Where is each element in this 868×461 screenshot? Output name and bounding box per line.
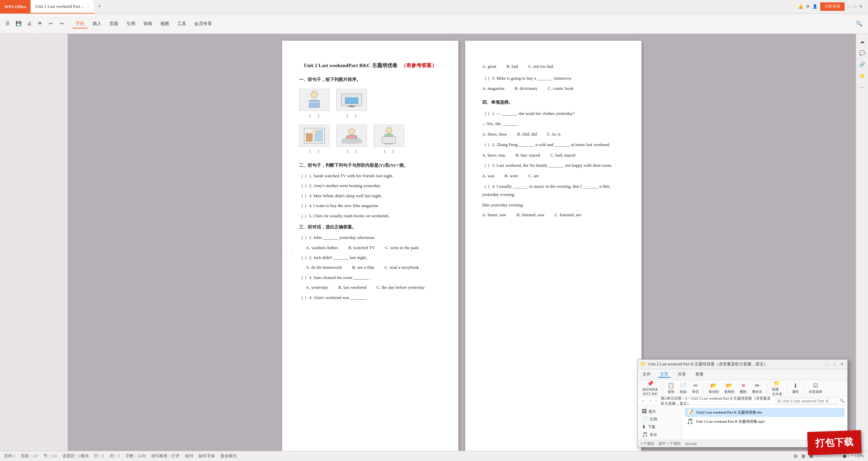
- ribbon-print-icon[interactable]: 🖨: [24, 19, 34, 28]
- ribbon-tab-tools[interactable]: 工具: [174, 19, 190, 28]
- ribbon-menu-icon[interactable]: ☰: [3, 19, 12, 28]
- svg-point-13: [386, 127, 392, 134]
- fm-btn-selectall[interactable]: ☑ 全部选择: [807, 382, 824, 395]
- fm-tab-view[interactable]: 查看: [693, 372, 706, 377]
- fm-btn-move[interactable]: 📂 移动到: [707, 382, 721, 395]
- fm-nav-music[interactable]: 🎵 音乐: [638, 431, 682, 439]
- right-panel-icon-2[interactable]: 💬: [857, 48, 867, 58]
- ribbon-save-icon[interactable]: 💾: [14, 19, 23, 28]
- fm-newfolder-icon: 📁: [774, 380, 781, 386]
- fm-file-mp3[interactable]: 🎵 Unit 2 Last weekend Part B 主题培优卷.mp3: [685, 417, 845, 426]
- s3-q2-opt-a: A. do his homework: [306, 263, 342, 271]
- fm-tab-share[interactable]: 共享: [676, 372, 688, 377]
- fm-address-path[interactable]: 第2单元试卷 > 4 > Unit 2 Last weekend Part B …: [661, 396, 774, 406]
- s3-q2-opts: A. do his homework B. see a film C. read…: [306, 263, 441, 271]
- right-panel-icon-4[interactable]: ⭐: [857, 71, 867, 81]
- ribbon-tab-ref[interactable]: 引用: [123, 19, 139, 28]
- fm-addressbar: ← → ↑ 第2单元试卷 > 4 > Unit 2 Last weekend P…: [638, 397, 847, 405]
- status-page-total: 页面：1/7: [21, 453, 38, 459]
- fm-btn-newfolder[interactable]: 📁 新建文件夹: [770, 379, 784, 397]
- ribbon-search-icon[interactable]: 🔍: [853, 19, 865, 28]
- fm-nav-pictures[interactable]: 🖼 图片: [638, 408, 682, 415]
- fm-window-buttons: — □ ✕: [824, 362, 845, 367]
- fm-toolbar: 📌 固定到快速访问工具栏 📋 复制 📄 粘贴 ✂ 剪切 📂 移动到 📂 复制到 …: [638, 380, 847, 397]
- s4-q3-opt-c: C. are: [529, 172, 539, 180]
- ribbon-tab-review[interactable]: 审阅: [140, 19, 156, 28]
- fm-maximize-button[interactable]: □: [832, 362, 837, 367]
- fm-file-doc[interactable]: 📝 Unit2 Last weekend Part B 主题培优卷.doc: [685, 408, 845, 417]
- active-tab[interactable]: Unit 2 Last weekend Part ... ×: [31, 0, 94, 14]
- fm-btn-pin[interactable]: 📌 固定到快速访问工具栏: [640, 380, 660, 397]
- close-button[interactable]: ✕: [859, 4, 863, 9]
- s4-q1-opt-a: A. Does; does: [482, 130, 507, 139]
- s3-q4: （ ）4. Alan's weekend was _______ .: [299, 294, 441, 301]
- zoom-level: 110%: [854, 454, 864, 459]
- s3-q1-opt-c: C. went to the park: [385, 244, 419, 252]
- right-panel-icon-5[interactable]: ⋯: [857, 83, 867, 92]
- fm-sep-2: [704, 382, 704, 395]
- fm-nav-label-downloads: 下载: [648, 424, 655, 429]
- fm-search-icon[interactable]: 🔍: [840, 398, 845, 403]
- fm-close-button[interactable]: ✕: [839, 362, 845, 367]
- user-icon[interactable]: 👤: [812, 4, 817, 9]
- sidebar-handle[interactable]: ⋮⋮: [30, 38, 38, 42]
- ribbon-tab-vip[interactable]: 会员专享: [191, 19, 215, 28]
- s3-q1-opts: A. washed clothes B. watched TV C. went …: [306, 244, 441, 252]
- s3-q5-opt-b: B. dictionary: [515, 84, 538, 93]
- ribbon-preview-icon[interactable]: 👁: [35, 19, 45, 28]
- login-button[interactable]: 立即登录: [820, 2, 845, 11]
- fm-tab-file[interactable]: 文件: [640, 372, 653, 377]
- view-mode-icon-1[interactable]: ▤: [794, 454, 797, 459]
- zoom-slider-thumb[interactable]: [843, 455, 846, 458]
- fm-nav-buttons: ← → ↑: [640, 398, 658, 403]
- ribbon-tab-insert[interactable]: 插入: [89, 19, 105, 28]
- top-buttons: 🔔 ⚙ 👤 立即登录 — □ ✕: [798, 2, 868, 11]
- ribbon-tab-start[interactable]: 开始: [72, 19, 88, 28]
- section3-title: 三、听对话，选出正确答案。: [299, 223, 441, 231]
- fm-btn-paste[interactable]: 📄 粘贴: [678, 382, 689, 395]
- ribbon-tab-view[interactable]: 视图: [157, 19, 173, 28]
- fm-tab-home[interactable]: 主页: [658, 371, 670, 378]
- fm-copyto-icon: 📂: [726, 382, 733, 389]
- fm-btn-copyto[interactable]: 📂 复制到: [722, 382, 736, 395]
- maximize-button[interactable]: □: [854, 4, 856, 9]
- fm-btn-copy[interactable]: 📋 复制: [666, 382, 676, 395]
- zoom-in-button[interactable]: +: [851, 454, 853, 459]
- fm-btn-delete[interactable]: ✕ 删除: [738, 382, 749, 395]
- fm-forward-button[interactable]: →: [647, 398, 653, 403]
- fm-paste-label: 粘贴: [680, 389, 687, 394]
- tab-close-icon[interactable]: ×: [87, 4, 89, 8]
- view-mode-icon-2[interactable]: ▦: [802, 454, 805, 459]
- s4-q3-opt-b: B. were: [505, 172, 518, 180]
- fm-btn-cut[interactable]: ✂ 剪切: [690, 382, 701, 395]
- fm-btn-props[interactable]: ℹ 属性: [790, 382, 801, 395]
- status-row: 行：1: [94, 453, 104, 459]
- status-spellcheck: 拼写检查：打开: [151, 453, 180, 459]
- listen-row-2: （ ） （ ）: [299, 125, 441, 155]
- status-page: 页码 1: [4, 453, 15, 459]
- svg-point-10: [349, 128, 355, 135]
- ribbon-redo-icon[interactable]: ↪: [57, 19, 66, 28]
- s3-q5: （ ）5. Mike is going to buy a _______ tom…: [482, 74, 625, 83]
- fm-btn-rename[interactable]: ✏ 重命名: [750, 382, 764, 395]
- listen-caption-4: （ ）: [344, 148, 359, 155]
- minimize-button[interactable]: —: [847, 4, 851, 9]
- fm-sep-4: [787, 382, 787, 395]
- fm-up-button[interactable]: ↑: [654, 398, 658, 403]
- fm-nav-downloads[interactable]: ⬇ 下载: [638, 423, 682, 431]
- s3-q1: （ ）1. John _______ yesterday afternoon.: [299, 234, 441, 241]
- right-panel-icon-1[interactable]: ☁: [857, 37, 867, 46]
- settings-icon[interactable]: ⚙: [806, 4, 810, 9]
- fm-nav-docs[interactable]: 📄 文档: [638, 415, 682, 423]
- download-badge[interactable]: 打包下载: [807, 430, 862, 455]
- ribbon-tab-page[interactable]: 页面: [106, 19, 122, 28]
- ribbon-undo-icon[interactable]: ↩: [46, 19, 56, 28]
- new-tab-button[interactable]: +: [94, 3, 104, 10]
- section1-title: 一、听句子，给下列图片排序。: [299, 76, 441, 83]
- right-panel-icon-3[interactable]: 🔗: [857, 60, 867, 69]
- fm-search-input[interactable]: [776, 398, 837, 404]
- fm-minimize-button[interactable]: —: [824, 362, 830, 367]
- collapse-icon[interactable]: 🔔: [798, 4, 803, 9]
- listen-img-4: [336, 125, 367, 147]
- fm-back-button[interactable]: ←: [640, 398, 647, 403]
